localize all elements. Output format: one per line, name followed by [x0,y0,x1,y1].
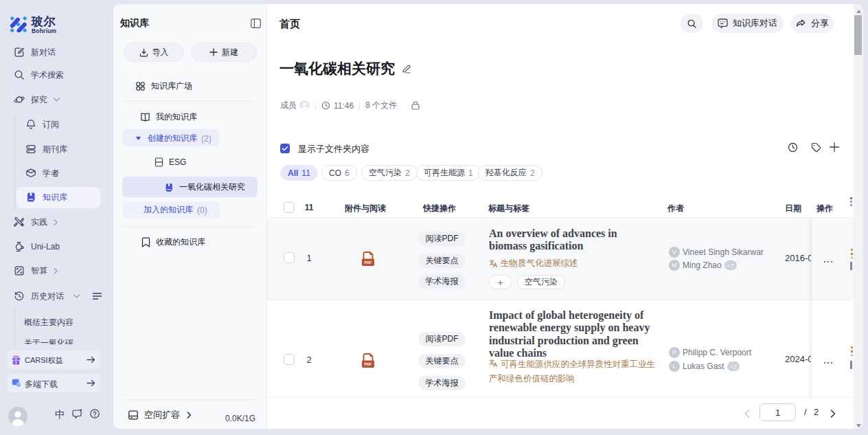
svg-text:PDF: PDF [365,362,372,366]
svg-text:PDF: PDF [365,260,372,265]
